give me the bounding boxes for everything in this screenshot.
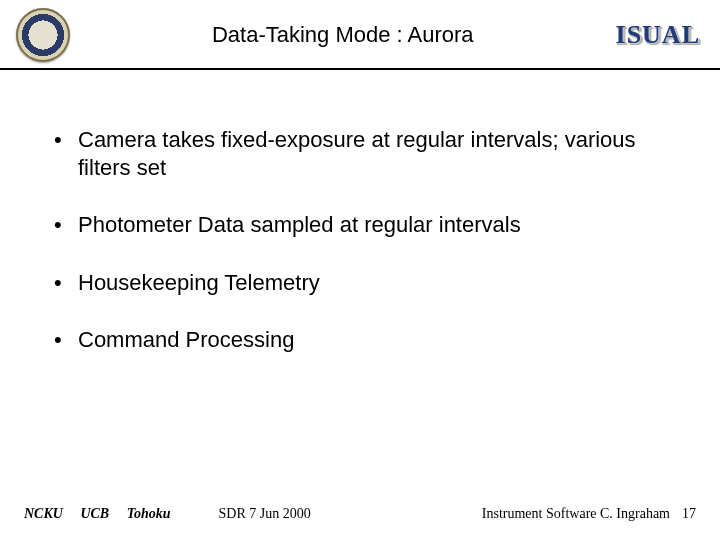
bullet-item: Housekeeping Telemetry [50, 269, 670, 297]
slide-header: Data-Taking Mode : Aurora ISUAL [0, 0, 720, 70]
bullet-item: Camera takes fixed-exposure at regular i… [50, 126, 670, 181]
bullet-item: Command Processing [50, 326, 670, 354]
footer-org: Tohoku [127, 506, 171, 521]
bullet-item: Photometer Data sampled at regular inter… [50, 211, 670, 239]
brand-logo-text: ISUAL [616, 20, 704, 50]
footer-org: NCKU [24, 506, 63, 521]
slide-content: Camera takes fixed-exposure at regular i… [0, 70, 720, 354]
footer-page-number: 17 [682, 506, 696, 522]
footer-orgs: NCKU UCB Tohoku [24, 506, 185, 522]
slide-title: Data-Taking Mode : Aurora [70, 22, 616, 48]
bullet-list: Camera takes fixed-exposure at regular i… [50, 126, 670, 354]
footer-event: SDR 7 Jun 2000 [219, 506, 311, 522]
footer-org: UCB [80, 506, 109, 521]
seal-icon [16, 8, 70, 62]
footer-credit: Instrument Software C. Ingraham [482, 506, 670, 522]
slide-footer: NCKU UCB Tohoku SDR 7 Jun 2000 Instrumen… [0, 506, 720, 522]
